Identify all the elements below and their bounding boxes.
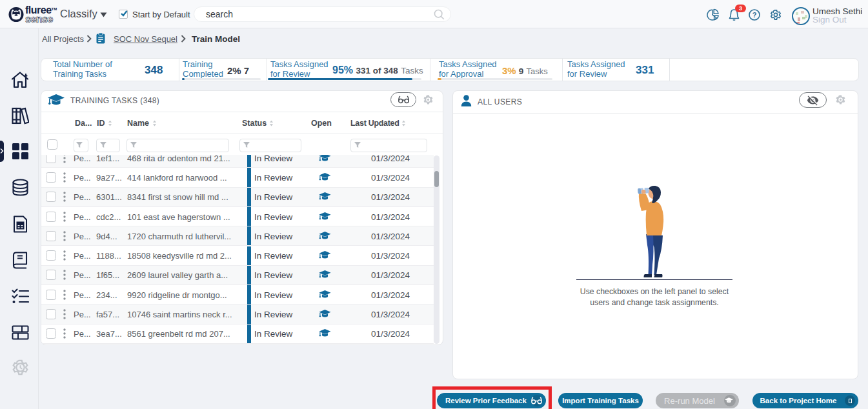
svg-text:?: ? (752, 11, 757, 19)
